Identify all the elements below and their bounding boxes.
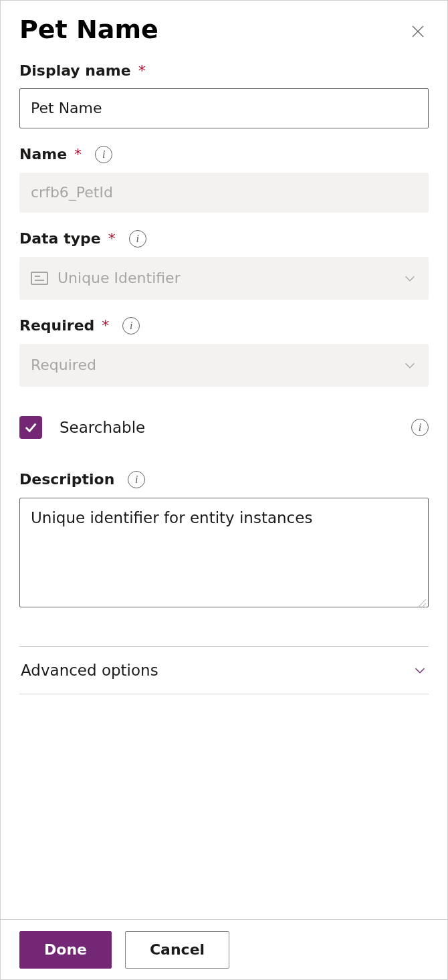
description-input[interactable] bbox=[19, 498, 429, 607]
panel-title: Pet Name bbox=[19, 15, 158, 45]
searchable-checkbox[interactable] bbox=[19, 416, 42, 439]
data-type-label: Data type * bbox=[19, 230, 116, 247]
required-select: Required bbox=[19, 344, 429, 387]
panel-header: Pet Name bbox=[19, 15, 429, 45]
cancel-button[interactable]: Cancel bbox=[125, 931, 229, 969]
panel-footer: Done Cancel bbox=[1, 919, 447, 979]
display-name-input[interactable] bbox=[19, 88, 429, 128]
display-name-group: Display name * bbox=[19, 62, 429, 128]
searchable-row: Searchable i bbox=[19, 416, 429, 439]
info-icon[interactable]: i bbox=[122, 317, 140, 334]
info-icon[interactable]: i bbox=[95, 146, 112, 163]
data-type-value: Unique Identifier bbox=[58, 270, 181, 286]
name-group: Name * i bbox=[19, 146, 429, 213]
info-icon[interactable]: i bbox=[129, 230, 146, 248]
advanced-options-label: Advanced options bbox=[21, 662, 158, 679]
description-group: Description i bbox=[19, 471, 429, 610]
chevron-down-icon bbox=[403, 358, 417, 373]
info-icon[interactable]: i bbox=[411, 419, 429, 436]
description-label: Description bbox=[19, 471, 114, 488]
required-value: Required bbox=[31, 357, 96, 373]
advanced-options-toggle[interactable]: Advanced options bbox=[19, 646, 429, 694]
required-group: Required * i Required bbox=[19, 317, 429, 387]
column-properties-panel: Pet Name Display name * Name * i Data ty… bbox=[0, 0, 448, 980]
data-type-select: Unique Identifier bbox=[19, 257, 429, 300]
close-button[interactable] bbox=[407, 21, 429, 42]
required-label: Required * bbox=[19, 317, 109, 334]
searchable-label: Searchable bbox=[60, 419, 145, 436]
chevron-down-icon bbox=[403, 271, 417, 286]
name-label: Name * bbox=[19, 146, 82, 163]
close-icon bbox=[410, 23, 426, 39]
done-button[interactable]: Done bbox=[19, 931, 112, 969]
check-icon bbox=[23, 420, 38, 435]
chevron-down-icon bbox=[413, 663, 427, 678]
data-type-group: Data type * i Unique Identifier bbox=[19, 230, 429, 300]
display-name-label: Display name * bbox=[19, 62, 146, 79]
key-icon bbox=[31, 272, 48, 285]
name-input bbox=[19, 173, 429, 213]
info-icon[interactable]: i bbox=[128, 471, 145, 488]
